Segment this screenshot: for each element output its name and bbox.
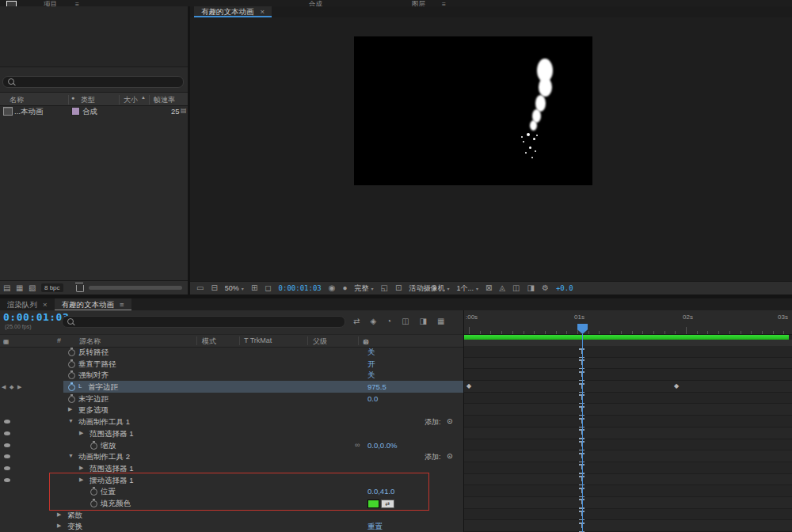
track-row[interactable] [464,462,792,474]
app-home-icon[interactable] [6,1,17,6]
close-tab-icon[interactable]: × [43,300,48,309]
fill-color-swatch[interactable] [367,500,379,508]
property-label[interactable]: 首字边距 [88,382,118,393]
eye-toggle-icon[interactable] [4,443,10,447]
column-name[interactable]: 名称 [10,95,24,105]
property-label[interactable]: 动画制作工具 1 [78,417,130,428]
twirl-icon[interactable]: ▶ [57,522,61,529]
swap-colors-icon[interactable]: ⇄ [381,500,394,508]
property-label[interactable]: 反转路径 [78,348,109,358]
constrain-link-icon[interactable]: ∞ [355,441,360,449]
track-row[interactable] [464,428,792,439]
eye-toggle-icon[interactable] [4,431,10,435]
fast-preview-icon[interactable]: ◬ [499,282,505,294]
animator-add-button[interactable]: ⊙ [447,417,453,425]
column-divider[interactable] [68,95,69,104]
twirl-icon[interactable]: ▼ [68,418,74,424]
column-framerate[interactable]: 帧速率 [154,95,175,105]
stopwatch-icon[interactable] [90,500,97,507]
bit-depth-button[interactable]: 8 bpc [41,283,63,292]
keyframe-icon[interactable]: ◆ [674,382,679,390]
property-label[interactable]: 末字边距 [78,394,109,405]
project-item-row[interactable]: ...本动画 合成 25 ▤ [0,106,188,117]
timeline-track-pane[interactable]: :00s01s02s03s ◆◆ [463,310,792,532]
property-label[interactable]: 范围选择器 1 [89,429,133,439]
eye-toggle-icon[interactable] [4,454,10,458]
add-keyframe-icon[interactable]: ◆ [10,384,13,390]
property-label[interactable]: 范围选择器 1 [89,464,133,474]
property-label[interactable]: 紧散 [67,511,82,521]
flowchart-button-icon[interactable]: ◨ [527,282,535,294]
column-divider[interactable] [119,95,120,104]
exposure-gear-icon[interactable]: ⚙ [542,282,549,294]
track-row[interactable] [464,416,792,428]
item-label-swatch[interactable] [71,107,80,116]
property-row[interactable]: 反转路径关 [0,346,463,358]
eye-toggle-icon[interactable] [4,466,10,470]
tab-render-queue-label[interactable]: 渲染队列 [7,300,37,309]
property-row[interactable]: ▶更多选项 [0,404,463,416]
property-row[interactable]: ▶变换重置 [0,520,463,532]
property-row[interactable]: ▼动画制作工具 2添加:⊙ [0,450,463,462]
track-row[interactable] [464,520,792,532]
stopwatch-icon[interactable] [90,488,97,496]
timeline-button-icon[interactable]: ◫ [512,282,520,294]
column-type[interactable]: 类型 [81,95,95,105]
horizontal-scrollbar[interactable] [89,286,182,290]
property-value[interactable]: 0.0,0.0% [367,441,398,450]
property-row[interactable]: ◀◆▶Ŀ首字边距975.5 [0,381,463,393]
tab-composition-timeline[interactable]: 有趣的文本动画≡ [55,298,131,310]
property-value[interactable]: 0.0 [367,394,378,403]
project-search-input[interactable] [2,76,184,88]
track-row[interactable] [464,358,792,370]
twirl-icon[interactable]: ▶ [79,465,83,471]
track-row[interactable] [464,474,792,486]
property-label[interactable]: 变换 [67,522,82,532]
tab-render-queue[interactable]: 渲染队列× [0,298,55,310]
stopwatch-icon[interactable] [68,384,75,391]
property-row[interactable]: 强制对齐关 [0,369,463,381]
twirl-icon[interactable]: ▶ [57,511,61,518]
property-row[interactable]: ▼动画制作工具 1添加:⊙ [0,416,463,428]
keyframe-icon[interactable]: ◆ [466,382,471,390]
viewer-canvas[interactable] [190,17,792,281]
stopwatch-icon[interactable] [68,372,75,379]
composition-tab-label[interactable]: 有趣的文本动画 [201,7,254,16]
property-label[interactable]: 更多选项 [78,405,109,416]
create-folder-icon[interactable]: ▦ [16,283,23,292]
mask-visibility-icon[interactable]: ◻ [265,282,271,294]
exposure-value[interactable]: +0.0 [556,284,573,292]
property-row[interactable]: 垂直于路径开 [0,358,463,370]
property-row[interactable]: 末字边距0.0 [0,393,463,405]
stopwatch-icon[interactable] [68,361,75,368]
property-value[interactable]: 重置 [367,522,383,532]
view-layout-menu[interactable]: 1个... [456,283,478,294]
panel-menu-icon[interactable]: ≡ [120,300,124,309]
close-tab-icon[interactable]: × [261,7,265,16]
twirl-icon[interactable]: ▶ [68,406,72,412]
tab-composition-timeline-label[interactable]: 有趣的文本动画 [62,300,115,309]
twirl-icon[interactable]: ▶ [79,477,83,483]
pixel-aspect-icon[interactable]: ⊠ [485,282,492,294]
property-value[interactable]: 关 [367,370,375,381]
preview-timecode[interactable]: 0:00:01:03 [279,284,322,292]
previous-keyframe-icon[interactable]: ◀ [2,384,6,390]
show-snapshot-icon[interactable]: ● [343,282,348,294]
item-name[interactable]: ...本动画 [14,107,43,117]
track-row[interactable] [464,439,792,451]
eye-toggle-icon[interactable] [4,420,10,424]
property-label[interactable]: 缩放 [101,441,116,451]
graph-overlay-icon[interactable]: Ŀ [78,382,82,390]
property-label[interactable]: 垂直于路径 [78,359,116,370]
track-row[interactable] [464,393,792,405]
snapshot-icon[interactable]: ◉ [329,282,336,294]
time-ruler[interactable]: :00s01s02s03s [464,310,792,335]
stopwatch-icon[interactable] [90,443,97,450]
property-label[interactable]: 强制对齐 [78,370,109,381]
twirl-icon[interactable]: ▼ [68,453,74,458]
property-value[interactable]: 开 [367,359,375,370]
property-row[interactable]: ▶紧散 [0,509,463,521]
property-row[interactable]: ▶范围选择器 1 [0,428,463,439]
composition-tab[interactable]: 有趣的文本动画× [194,6,272,17]
track-row[interactable] [464,497,792,509]
